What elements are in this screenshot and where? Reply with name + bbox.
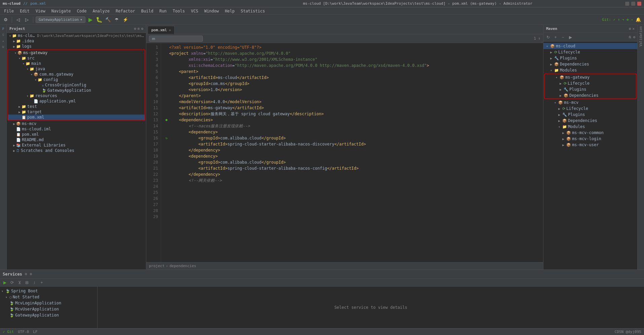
svc-run-all-btn[interactable]: ⟳ (9, 279, 15, 286)
tree-item-src[interactable]: ▾ 📁 src (8, 55, 145, 61)
code-editor[interactable]: <?xml version="1.0" encoding="UTF-8"?><p… (161, 43, 543, 262)
maven-item-dependencies-1[interactable]: ▶ 📦 Dependencies (543, 61, 637, 67)
notifications-btn[interactable]: 🔔 (635, 16, 642, 24)
tab-close-pom[interactable]: ✕ (169, 28, 171, 32)
tree-item-ext-lib[interactable]: ▶ 📚 External Libraries (7, 142, 146, 148)
maven-add-btn[interactable]: + (552, 34, 559, 41)
menu-build[interactable]: Build (139, 8, 156, 14)
menu-statistics[interactable]: Statistics (238, 8, 268, 14)
toolbar-back-btn[interactable]: ◁ (14, 16, 22, 24)
menu-refactor[interactable]: Refactor (113, 8, 138, 14)
menu-window[interactable]: Window (201, 8, 221, 14)
tree-item-scratches[interactable]: ▶ 🗒 Scratches and Consoles (7, 148, 146, 153)
maven-minus-btn[interactable]: − (560, 34, 566, 41)
tree-item-config[interactable]: ▾ 📁 config (8, 77, 145, 82)
menu-code[interactable]: Code (74, 8, 89, 14)
menu-view[interactable]: View (33, 8, 48, 14)
tree-item-ms-mcv[interactable]: ▶ 📦 ms-mcv (7, 121, 146, 126)
tree-item-pom-root[interactable]: 📋 pom.xml (7, 132, 146, 137)
maven-close-icon[interactable]: ✕ (632, 27, 635, 31)
maven-settings-icon[interactable]: ⚙ (629, 27, 631, 31)
menu-file[interactable]: File (1, 8, 16, 14)
tree-item-test[interactable]: ▶ 📁 test (8, 104, 145, 109)
tree-item-pom-xml[interactable]: 📋 pom.xml (8, 115, 145, 120)
tree-item-java[interactable]: ▾ 📁 java (8, 66, 145, 72)
minimize-button[interactable] (625, 2, 629, 6)
run-button[interactable]: ▶ (87, 16, 94, 24)
maven-item-dependencies-gw[interactable]: ▶ 📦 Dependencies (545, 92, 636, 98)
project-sync-icon[interactable]: ≡ (138, 27, 140, 31)
maven-item-modules[interactable]: ▾ 📁 Modules (543, 67, 637, 73)
tree-item-logs[interactable]: ▶ 📁 logs (7, 44, 146, 49)
tree-item-target[interactable]: ▶ 📁 target (8, 109, 145, 115)
maven-item-ms-mcv-common[interactable]: ▶ 📦 ms-mcv-common (543, 130, 637, 136)
breadcrumb-project[interactable]: project (149, 264, 164, 268)
maven-item-lifecycle-mv[interactable]: ▶ ⟳ Lifecycle (543, 106, 637, 112)
maven-item-plugins-gw[interactable]: ▶ 🔧 Plugins (545, 86, 636, 92)
svc-item-mcv-user[interactable]: 🍃 McvUserApplication (0, 306, 97, 312)
maven-item-dependencies-mv[interactable]: ▶ 📦 Dependencies (543, 118, 637, 124)
tree-item-gateway-app[interactable]: 🍃 GatewayApplication (8, 88, 145, 93)
svc-item-not-started[interactable]: ▾ ○ Not Started (0, 294, 97, 300)
menu-tools[interactable]: Tools (170, 8, 188, 14)
project-icon[interactable]: P (1, 26, 6, 32)
structure-icon[interactable]: S (1, 32, 6, 38)
svc-item-gateway[interactable]: 🍃 GatewayApplication (0, 312, 97, 318)
maven-item-submodules[interactable]: ▾ 📁 Modules (543, 124, 637, 130)
menu-analyze[interactable]: Analyze (90, 8, 112, 14)
maven-item-ms-gateway[interactable]: ▾ 📦 ms-gateway (545, 74, 636, 80)
tree-item-application-yml[interactable]: 📄 application.yml (8, 98, 145, 104)
menu-run[interactable]: Run (157, 8, 169, 14)
editor-tab-pom[interactable]: pom.xml ✕ (148, 26, 175, 34)
web-icon[interactable]: W (1, 44, 6, 50)
svc-group-btn[interactable]: ⊞ (24, 279, 30, 286)
svc-item-mcv-login[interactable]: 🍃 McvLoginApplication (0, 300, 97, 306)
build-button[interactable]: 🔨 (104, 16, 112, 24)
maven-item-plugins-1[interactable]: ▶ 🔧 Plugins (543, 55, 637, 61)
project-gear-icon[interactable]: ⚙ (141, 27, 143, 31)
menu-edit[interactable]: Edit (17, 8, 32, 14)
menu-navigate[interactable]: Navigate (49, 8, 74, 14)
tree-item-ms-cloud-iml[interactable]: 📄 ms-cloud.iml (7, 126, 146, 132)
maven-item-ms-mcv-user[interactable]: ▶ 📦 ms-mcv-user (543, 142, 637, 148)
right-sidebar-validation[interactable]: Validation (639, 26, 643, 46)
run-configuration[interactable]: GatewayApplication ▾ (36, 16, 85, 23)
maven-item-ms-mcv[interactable]: ▾ 📦 ms-mcv (543, 99, 637, 106)
svc-item-spring-boot[interactable]: ▾ 🍃 Spring Boot (0, 288, 97, 294)
tree-item-root[interactable]: ▾ 📁 ms-cloud D:\work\JavaTeam\workspace\… (7, 33, 146, 38)
breadcrumb-bar: project › dependencies (146, 262, 543, 269)
maven-item-plugins-mv[interactable]: ▶ 🔧 Plugins (543, 112, 637, 118)
maven-refresh-btn[interactable]: ↻ (545, 34, 552, 41)
tree-item-ms-gateway[interactable]: ▾ 📦 ms-gateway (8, 50, 145, 55)
toolbar-forward-btn[interactable]: ▷ (23, 16, 31, 24)
menu-help[interactable]: Help (222, 8, 237, 14)
maven-item-ms-cloud[interactable]: ▾ 📦 ms-cloud (543, 43, 637, 49)
favorites-icon[interactable]: ★ (1, 38, 6, 44)
editor-search-input[interactable] (149, 36, 203, 42)
tree-item-readme[interactable]: 📄 README.md (7, 137, 146, 142)
toolbar-settings-btn[interactable]: ⚙ (2, 16, 9, 24)
svc-sort-btn[interactable]: ↕ (31, 279, 38, 286)
maven-item-ms-mcv-login[interactable]: ▶ 📦 ms-mcv-login (543, 136, 637, 142)
tree-item-idea[interactable]: ▶ 📁 .idea (7, 38, 146, 44)
svc-add-btn[interactable]: + (38, 279, 45, 286)
maximize-button[interactable] (631, 2, 635, 6)
tree-item-cross-origin[interactable]: ☕ CrossOriginConfig (8, 82, 145, 88)
project-settings-icon[interactable]: ⚙ (134, 27, 136, 31)
tree-item-package[interactable]: ▾ 📦 com.ms.gateway (8, 72, 145, 77)
close-button[interactable] (637, 2, 641, 6)
svc-filter-btn[interactable]: ⊻ (16, 279, 23, 286)
breadcrumb-dependencies[interactable]: dependencies (169, 264, 196, 268)
coverage-button[interactable]: ☂ (113, 16, 120, 24)
debug-button[interactable]: 🐛 (96, 16, 103, 24)
maven-item-lifecycle-gw[interactable]: ▶ ⟳ Lifecycle (545, 80, 636, 86)
svc-run-btn[interactable]: ▶ (1, 279, 8, 286)
services-settings-icon[interactable]: ⚙ (30, 272, 32, 276)
maven-item-lifecycle-1[interactable]: ▶ ⟳ Lifecycle (543, 49, 637, 55)
maven-run-btn[interactable]: ▶ (567, 34, 574, 41)
services-gear-icon[interactable]: ⚙ (25, 272, 27, 276)
menu-vcs[interactable]: VCS (188, 8, 201, 14)
tree-item-resources[interactable]: ▾ 📁 resources (8, 93, 145, 98)
profile-button[interactable]: ⚡ (122, 16, 129, 24)
tree-item-main[interactable]: ▾ 📁 main (8, 61, 145, 66)
